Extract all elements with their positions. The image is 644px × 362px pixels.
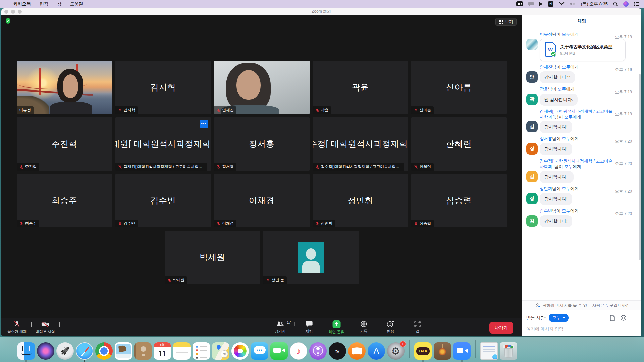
dock-contacts-icon[interactable]: [134, 342, 152, 360]
message-header: 김수빈님이 모두에게 오후 7:20: [540, 208, 637, 214]
dock-garageband-icon[interactable]: [434, 342, 451, 360]
dock-chrome-icon[interactable]: [95, 342, 113, 360]
menu-item[interactable]: 도움말: [70, 1, 83, 7]
more-options-icon[interactable]: ⋯: [632, 315, 637, 321]
participant-tile[interactable]: 최승주 최승주: [17, 174, 112, 227]
chat-scrollbar[interactable]: [639, 74, 641, 260]
reactions-button[interactable]: 반응: [383, 320, 398, 335]
message-input[interactable]: 여기에 메시지 입력...: [522, 323, 641, 336]
record-button[interactable]: 기록: [357, 320, 371, 335]
participant-tile[interactable]: 성민 문: [263, 231, 359, 284]
input-source-icon[interactable]: 한: [548, 1, 553, 7]
dock-mail-icon[interactable]: [115, 342, 132, 360]
leave-button[interactable]: 나가기: [489, 322, 513, 334]
chat-messages[interactable]: 이유정님이 모두에게 오후 7:19 W 关于考古学文化的区系类型... 9.0…: [522, 27, 641, 300]
message-sender[interactable]: 이유정: [540, 32, 552, 37]
siri-icon[interactable]: [623, 1, 629, 7]
mic-options-chevron[interactable]: [31, 323, 32, 327]
participant-tile[interactable]: 김수정[ 대학원석사과정재학 /... 김수정[ 대학원석사과정재학 / 고고미…: [313, 117, 408, 171]
emoji-icon[interactable]: [621, 315, 626, 321]
zoom-window: Zoom 회의 보기 이유정: [1, 8, 641, 336]
attach-file-icon[interactable]: [610, 315, 615, 321]
message-recipient[interactable]: 모두: [562, 136, 570, 141]
dock-trash-icon[interactable]: [500, 342, 517, 360]
dock-safari-icon[interactable]: [76, 342, 93, 360]
play-icon[interactable]: [539, 2, 543, 6]
message-recipient[interactable]: 모두: [562, 186, 570, 191]
dock-launchpad-icon[interactable]: [56, 342, 74, 360]
dock-appstore-icon[interactable]: A: [368, 342, 385, 360]
start-video-button[interactable]: 비디오 시작: [36, 321, 55, 334]
file-attachment-card[interactable]: W 关于考古学文化的区系类型... 9.04 MB: [540, 39, 626, 61]
participant-tile[interactable]: 주진혁 주진혁: [17, 117, 112, 171]
tile-more-button[interactable]: •••: [200, 120, 208, 128]
window-titlebar[interactable]: Zoom 회의: [1, 8, 641, 15]
dock-appletv-icon[interactable]: tv: [329, 342, 346, 360]
message-sender[interactable]: 정민휘: [540, 186, 552, 191]
dock-maps-icon[interactable]: [212, 342, 229, 360]
participants-chevron[interactable]: [295, 322, 295, 326]
participant-tile[interactable]: 김지혁 김지혁: [115, 61, 211, 114]
wifi-icon[interactable]: [559, 2, 565, 6]
dock-photos-icon[interactable]: [231, 342, 249, 360]
unmute-button[interactable]: 음소거 해제: [7, 321, 27, 334]
message-recipient[interactable]: 모두: [562, 208, 570, 213]
message-recipient[interactable]: 모두: [557, 87, 566, 92]
message-sender[interactable]: 곽윤: [540, 87, 548, 92]
participant-tile[interactable]: 심승렬 심승렬: [411, 174, 507, 227]
participant-tile[interactable]: 박세원 박세원: [165, 231, 260, 284]
participant-tile[interactable]: 한혜련 한혜련: [411, 117, 507, 171]
chat-message: 김재원[ 대학원석사과정재학 / 고고미술사학과 ]님이 모두에게 오후 7:1…: [522, 106, 641, 134]
view-button[interactable]: 보기: [495, 18, 517, 26]
apps-button[interactable]: 앱: [410, 320, 425, 335]
dock-notes-icon[interactable]: [173, 342, 191, 360]
dock-settings-icon[interactable]: ⚙1: [387, 342, 405, 360]
chat-collapse-chevron-icon[interactable]: [528, 20, 528, 25]
message-sender[interactable]: 김수빈: [540, 208, 552, 213]
chat-chevron[interactable]: [321, 322, 321, 326]
spotlight-search-icon[interactable]: [613, 2, 618, 6]
message-recipient[interactable]: 모두: [564, 164, 573, 169]
menu-item[interactable]: 창: [57, 1, 61, 7]
menu-item[interactable]: 편집: [40, 1, 48, 7]
dock-facetime-icon[interactable]: [270, 342, 288, 360]
participants-button[interactable]: 참가자 17: [271, 320, 290, 335]
participant-tile[interactable]: 곽윤 곽윤: [313, 61, 408, 114]
notification-bubble-icon[interactable]: [528, 2, 534, 6]
dock-minimized-safari-window-icon[interactable]: [480, 342, 498, 360]
menu-clock[interactable]: (목) 오후 8:35: [581, 1, 608, 7]
muted-mic-icon: [266, 278, 270, 282]
dock-music-icon[interactable]: [290, 342, 307, 360]
participant-tile[interactable]: 김재원[ 대학원석사과정재학 /... 김재원[ 대학원석사과정재학 / 고고미…: [115, 117, 211, 171]
participant-tile[interactable]: 이채경 이채경: [214, 174, 310, 227]
screen-recording-icon[interactable]: [516, 1, 523, 6]
control-center-icon[interactable]: [634, 2, 639, 6]
participant-tile[interactable]: 신아름 신아름: [411, 61, 507, 114]
volume-icon[interactable]: [570, 2, 576, 6]
recipient-dropdown[interactable]: 모두: [549, 314, 569, 322]
video-options-chevron[interactable]: [59, 323, 60, 327]
dock-kakaotalk-icon[interactable]: TALK: [414, 342, 432, 360]
participant-tile[interactable]: 안세진: [214, 61, 310, 114]
dock-books-icon[interactable]: [348, 342, 366, 360]
dock-messages-icon[interactable]: [251, 342, 268, 360]
security-shield-icon[interactable]: [5, 18, 11, 26]
message-sender[interactable]: 장서홍: [540, 136, 552, 141]
dock-reminders-icon[interactable]: [193, 342, 210, 360]
dock-podcasts-icon[interactable]: [309, 342, 327, 360]
participant-tile[interactable]: 장서홍 장서홍: [214, 117, 310, 171]
participant-tile[interactable]: 이유정: [17, 61, 112, 114]
share-screen-button[interactable]: 화면 공유: [329, 320, 344, 335]
participant-tile[interactable]: 김수빈 김수빈: [115, 174, 211, 227]
message-recipient[interactable]: 모두: [564, 115, 573, 119]
dock-siri-icon[interactable]: [37, 342, 54, 360]
dock-calendar-icon[interactable]: 8월11: [154, 342, 171, 360]
dock-finder-icon[interactable]: [17, 342, 35, 360]
message-recipient[interactable]: 모두: [562, 65, 570, 69]
participant-tile[interactable]: 정민휘 정민휘: [313, 174, 408, 227]
dock-zoom-icon[interactable]: [453, 342, 471, 360]
menu-app-name[interactable]: 카카오톡: [13, 1, 31, 7]
message-sender[interactable]: 안세진: [540, 65, 552, 69]
chat-button[interactable]: 채팅: [302, 320, 317, 335]
message-recipient[interactable]: 모두: [562, 32, 570, 37]
